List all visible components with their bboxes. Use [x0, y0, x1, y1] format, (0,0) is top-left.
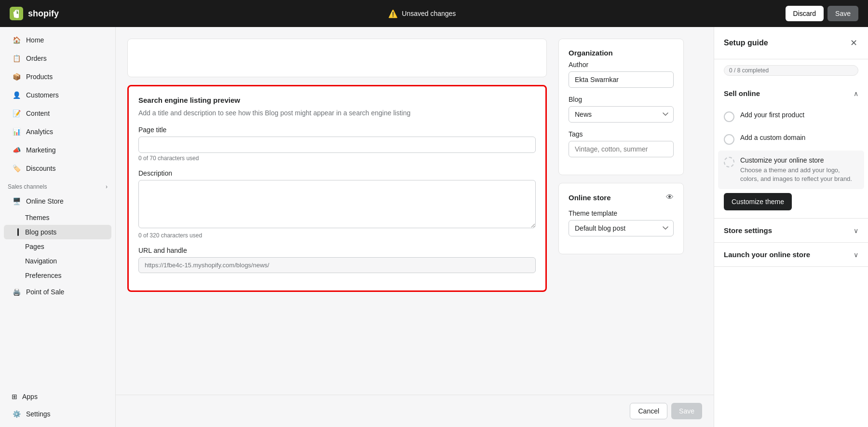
- tags-input[interactable]: [569, 141, 674, 157]
- main-column: Search engine listing preview Add a titl…: [127, 39, 547, 383]
- setup-guide-header: Setup guide ✕: [714, 27, 868, 59]
- sidebar: 🏠 Home 📋 Orders 📦 Products 👤 Customers 📝…: [0, 27, 116, 427]
- seo-card-subtitle: Add a title and description to see how t…: [138, 108, 536, 118]
- description-group: Description 0 of 320 characters used: [138, 169, 536, 239]
- author-input[interactable]: [569, 71, 674, 88]
- sidebar-label-point-of-sale: Point of Sale: [26, 288, 64, 296]
- unsaved-changes-label: Unsaved changes: [402, 10, 456, 17]
- discard-button[interactable]: Discard: [786, 6, 824, 21]
- store-settings-header[interactable]: Store settings ∨: [714, 219, 868, 242]
- sidebar-sub-themes[interactable]: Themes: [4, 210, 111, 225]
- sales-channels-section: Sales channels ›: [0, 178, 115, 192]
- sidebar-item-discounts[interactable]: 🏷️ Discounts: [4, 159, 111, 178]
- orders-icon: 📋: [12, 54, 21, 63]
- theme-template-select[interactable]: Default blog post: [569, 220, 674, 236]
- sidebar-label-products: Products: [26, 73, 53, 81]
- blog-select[interactable]: News: [569, 106, 674, 123]
- sidebar-sub-preferences[interactable]: Preferences: [4, 268, 111, 283]
- launch-store-chevron-icon: ∨: [854, 251, 858, 259]
- sidebar-sub-label-themes: Themes: [25, 214, 50, 221]
- sidebar-label-online-store: Online Store: [26, 197, 64, 205]
- sidebar-sub-blog-posts[interactable]: Blog posts: [4, 225, 111, 239]
- sidebar-item-analytics[interactable]: 📊 Analytics: [4, 123, 111, 141]
- sidebar-item-settings[interactable]: ⚙️ Settings: [4, 405, 111, 423]
- sidebar-item-apps[interactable]: ⊞ Apps: [4, 388, 111, 405]
- author-label: Author: [569, 61, 674, 69]
- sidebar-item-home[interactable]: 🏠 Home: [4, 31, 111, 49]
- setup-guide-panel: Setup guide ✕ 0 / 8 completed Sell onlin…: [714, 27, 868, 427]
- setup-progress-badge: 0 / 8 completed: [724, 65, 858, 76]
- url-handle-label: URL and handle: [138, 247, 536, 254]
- page-title-hint: 0 of 70 characters used: [138, 155, 536, 162]
- author-section: Author: [569, 61, 674, 88]
- setup-guide-close-button[interactable]: ✕: [849, 37, 858, 49]
- topbar: shopify ⚠️ Unsaved changes Discard Save: [0, 0, 868, 27]
- sidebar-label-settings: Settings: [26, 410, 51, 418]
- cancel-button[interactable]: Cancel: [630, 403, 667, 419]
- launch-store-section: Launch your online store ∨: [714, 243, 868, 267]
- page-title-input[interactable]: [138, 137, 536, 153]
- sidebar-label-orders: Orders: [26, 55, 47, 62]
- setup-item-customize-store[interactable]: Customize your online store Choose a the…: [718, 151, 864, 189]
- customize-store-label: Customize your online store: [740, 156, 858, 164]
- footer-actions: Cancel Save: [116, 395, 714, 427]
- sidebar-label-apps: Apps: [22, 393, 38, 400]
- sidebar-sub-navigation[interactable]: Navigation: [4, 254, 111, 268]
- url-handle-value: https://1fbe4c-15.myshopify.com/blogs/ne…: [138, 257, 536, 273]
- sell-online-chevron-icon: ∧: [854, 90, 858, 97]
- top-partial-card: [127, 39, 547, 77]
- seo-card-title: Search engine listing preview: [138, 96, 536, 104]
- logo-text: shopify: [28, 9, 59, 19]
- sell-online-header[interactable]: Sell online ∧: [714, 82, 868, 105]
- save-footer-button[interactable]: Save: [671, 403, 702, 419]
- custom-domain-label: Add a custom domain: [740, 134, 805, 141]
- sidebar-item-content[interactable]: 📝 Content: [4, 104, 111, 123]
- setup-item-add-product[interactable]: Add your first product: [714, 105, 868, 128]
- description-label: Description: [138, 169, 536, 177]
- add-product-label: Add your first product: [740, 111, 804, 119]
- page-title-label: Page title: [138, 126, 536, 134]
- logo: shopify: [10, 7, 59, 20]
- sidebar-item-customers[interactable]: 👤 Customers: [4, 86, 111, 104]
- discounts-icon: 🏷️: [12, 164, 21, 173]
- sidebar-sub-label-preferences: Preferences: [25, 272, 61, 279]
- seo-card: Search engine listing preview Add a titl…: [127, 85, 547, 292]
- tags-label: Tags: [569, 130, 674, 138]
- sidebar-item-products[interactable]: 📦 Products: [4, 68, 111, 86]
- customize-theme-button[interactable]: Customize theme: [724, 193, 792, 210]
- content-icon: 📝: [12, 109, 21, 118]
- online-store-title: Online store: [569, 193, 611, 202]
- theme-template-label: Theme template: [569, 209, 674, 217]
- sidebar-item-point-of-sale[interactable]: 🖨️ Point of Sale: [4, 283, 111, 301]
- unsaved-changes-indicator: ⚠️ Unsaved changes: [388, 9, 456, 18]
- sidebar-label-discounts: Discounts: [26, 165, 55, 172]
- sidebar-sub-pages[interactable]: Pages: [4, 239, 111, 254]
- store-settings-title: Store settings: [724, 226, 772, 234]
- launch-store-header[interactable]: Launch your online store ∨: [714, 243, 868, 266]
- visibility-eye-icon[interactable]: 👁: [666, 193, 674, 202]
- save-button[interactable]: Save: [827, 6, 858, 21]
- right-column: Organization Author Blog News Tags: [558, 39, 684, 383]
- online-store-header: Online store 👁: [569, 193, 674, 202]
- sales-channels-expand-icon[interactable]: ›: [106, 183, 108, 190]
- theme-template-section: Theme template Default blog post: [569, 209, 674, 236]
- sidebar-item-online-store[interactable]: 🖥️ Online Store: [4, 192, 111, 210]
- sidebar-item-marketing[interactable]: 📣 Marketing: [4, 141, 111, 159]
- setup-item-custom-domain[interactable]: Add a custom domain: [714, 128, 868, 151]
- sidebar-sub-label-pages: Pages: [25, 243, 44, 250]
- sidebar-item-orders[interactable]: 📋 Orders: [4, 49, 111, 68]
- description-input[interactable]: [138, 180, 536, 228]
- add-product-circle: [724, 111, 734, 122]
- online-store-icon: 🖥️: [12, 196, 21, 206]
- sidebar-label-analytics: Analytics: [26, 128, 53, 136]
- tags-section: Tags: [569, 130, 674, 157]
- online-store-card: Online store 👁 Theme template Default bl…: [558, 183, 684, 254]
- apps-icon: ⊞: [12, 393, 17, 400]
- sidebar-sub-label-blog-posts: Blog posts: [25, 228, 56, 236]
- main-layout: 🏠 Home 📋 Orders 📦 Products 👤 Customers 📝…: [0, 27, 868, 427]
- customize-store-circle: [724, 157, 734, 167]
- setup-guide-title: Setup guide: [724, 39, 768, 47]
- sidebar-label-customers: Customers: [26, 91, 59, 99]
- topbar-actions: Discard Save: [786, 6, 858, 21]
- description-hint: 0 of 320 characters used: [138, 232, 536, 239]
